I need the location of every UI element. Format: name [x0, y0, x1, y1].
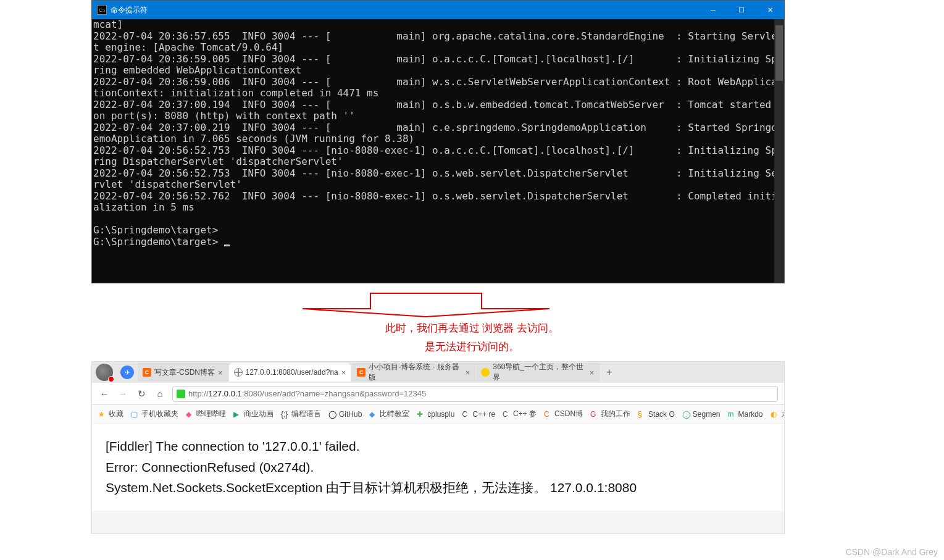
bookmark-label: 商业动画 — [244, 409, 274, 419]
bookmark-label: Markdo — [738, 410, 763, 419]
error-line-3: System.Net.Sockets.SocketException 由于目标计… — [106, 477, 771, 498]
bookmark-icon: C — [462, 410, 470, 419]
bookmark-label: 比特教室 — [380, 409, 409, 419]
bookmark-icon: C — [503, 410, 511, 419]
bookmark-item[interactable]: ★收藏 — [98, 409, 123, 419]
bookmark-item[interactable]: ✚cplusplu — [417, 410, 454, 419]
annotation-text-1: 此时，我们再去通过 浏览器 去访问。 — [0, 321, 944, 335]
tab-label: 写文章-CSDN博客 — [154, 367, 215, 378]
close-button[interactable]: ✕ — [756, 1, 784, 19]
bookmark-item[interactable]: §Stack O — [638, 410, 675, 419]
cmd-icon: C:\ — [97, 5, 107, 15]
bookmark-label: C++ 参 — [513, 409, 537, 419]
tab-360nav[interactable]: 360导航_一个主页，整个世界 × — [476, 363, 599, 382]
cmd-title: 命令提示符 — [111, 5, 699, 15]
error-line-2: Error: ConnectionRefused (0x274d). — [106, 457, 771, 478]
watermark-text: CSDN @Dark And Grey — [845, 547, 938, 557]
cmd-scroll-thumb[interactable] — [775, 25, 783, 81]
tab-localhost[interactable]: 127.0.0.1:8080/user/add?na × — [229, 363, 352, 382]
bookmark-label: GitHub — [339, 410, 362, 419]
cmd-output[interactable]: mcat] 2022-07-04 20:36:57.655 INFO 3004 … — [92, 19, 784, 283]
url-text: http://127.0.0.1:8080/user/add?name=zhan… — [188, 389, 426, 398]
forward-button[interactable]: → — [117, 388, 129, 400]
page-body: [Fiddler] The connection to '127.0.0.1' … — [92, 424, 784, 511]
bookmark-label: 力扣 ( — [781, 409, 784, 419]
bookmark-icon: ◆ — [186, 410, 194, 419]
browser-tabstrip: ✈ C 写文章-CSDN博客 × 127.0.0.1:8080/user/add… — [92, 362, 784, 383]
address-bar[interactable]: http://127.0.0.1:8080/user/add?name=zhan… — [172, 386, 778, 402]
message-icon[interactable]: ✈ — [120, 366, 134, 379]
bookmark-label: 哔哩哔哩 — [196, 409, 226, 419]
bookmark-icon: ◆ — [369, 410, 378, 419]
back-button[interactable]: ← — [98, 388, 111, 400]
bookmark-label: Segmen — [693, 410, 721, 419]
bookmark-icon: ◯ — [682, 410, 691, 419]
tab-blog-project[interactable]: C 小小项目-博客系统 - 服务器版 × — [352, 363, 475, 382]
bookmark-item[interactable]: ◯GitHub — [328, 410, 362, 419]
bookmark-item[interactable]: CC++ 参 — [503, 409, 537, 419]
cmd-log-text: mcat] 2022-07-04 20:36:57.655 INFO 3004 … — [93, 19, 777, 248]
bookmark-icon: ◐ — [771, 410, 779, 419]
360-favicon — [481, 368, 490, 377]
profile-avatar[interactable] — [96, 364, 113, 381]
error-line-1: [Fiddler] The connection to '127.0.0.1' … — [106, 436, 771, 457]
bookmark-item[interactable]: ◯Segmen — [682, 410, 721, 419]
bookmark-label: CSDN博 — [554, 409, 583, 419]
bookmark-icon: ▶ — [233, 410, 242, 419]
reload-button[interactable]: ↻ — [135, 388, 148, 400]
bookmark-item[interactable]: CC++ re — [462, 410, 495, 419]
shield-icon — [177, 390, 185, 398]
bookmark-label: cplusplu — [427, 410, 454, 419]
tab-close-icon[interactable]: × — [466, 368, 470, 377]
bookmark-label: 收藏 — [109, 409, 123, 419]
bookmark-item[interactable]: mMarkdo — [728, 410, 763, 419]
maximize-button[interactable]: ☐ — [727, 1, 756, 19]
bookmark-item[interactable]: ▢手机收藏夹 — [131, 409, 178, 419]
tab-close-icon[interactable]: × — [341, 368, 346, 377]
bookmark-label: 手机收藏夹 — [141, 409, 178, 419]
bookmark-item[interactable]: CCSDN博 — [544, 409, 583, 419]
bookmark-item[interactable]: ◆哔哩哔哩 — [186, 409, 226, 419]
bookmark-item[interactable]: ◆比特教室 — [369, 409, 409, 419]
annotation-text-2: 是无法进行访问的。 — [0, 340, 944, 354]
bookmarks-bar: ★收藏▢手机收藏夹◆哔哩哔哩▶商业动画{;}编程语言◯GitHub◆比特教室✚c… — [92, 405, 784, 424]
bookmark-icon: ▢ — [131, 410, 140, 419]
bookmark-label: 我的工作 — [601, 409, 630, 419]
minimize-button[interactable]: ─ — [699, 1, 727, 19]
csdn-favicon: C — [357, 368, 365, 377]
bookmark-icon: ✚ — [417, 410, 425, 419]
cmd-titlebar[interactable]: C:\ 命令提示符 ─ ☐ ✕ — [92, 1, 784, 19]
bookmark-label: Stack O — [648, 410, 675, 419]
bookmark-icon: G — [590, 410, 599, 419]
bookmark-item[interactable]: G我的工作 — [590, 409, 630, 419]
tab-csdn-write[interactable]: C 写文章-CSDN博客 × — [138, 363, 228, 382]
tab-label: 127.0.0.1:8080/user/add?na — [246, 368, 338, 377]
home-button[interactable]: ⌂ — [154, 388, 166, 400]
bookmark-item[interactable]: {;}编程语言 — [281, 409, 321, 419]
bookmark-item[interactable]: ▶商业动画 — [233, 409, 274, 419]
tab-close-icon[interactable]: × — [590, 368, 595, 377]
globe-favicon — [234, 368, 243, 377]
csdn-favicon: C — [143, 368, 151, 377]
browser-toolbar: ← → ↻ ⌂ http://127.0.0.1:8080/user/add?n… — [92, 383, 784, 405]
bookmark-label: 编程语言 — [291, 409, 321, 419]
new-tab-button[interactable]: + — [600, 367, 618, 378]
tab-close-icon[interactable]: × — [218, 368, 223, 377]
avatar-badge — [108, 376, 114, 382]
bookmark-icon: § — [638, 410, 646, 419]
browser-window: ✈ C 写文章-CSDN博客 × 127.0.0.1:8080/user/add… — [91, 361, 785, 534]
bookmark-icon: C — [544, 410, 553, 419]
cmd-scrollbar[interactable] — [774, 19, 784, 283]
cmd-cursor — [224, 244, 230, 246]
bookmark-icon: {;} — [281, 410, 290, 419]
bookmark-item[interactable]: ◐力扣 ( — [771, 409, 784, 419]
bookmark-icon: m — [728, 410, 737, 419]
tab-label: 小小项目-博客系统 - 服务器版 — [369, 362, 462, 383]
bookmark-icon: ◯ — [328, 410, 337, 419]
bookmark-label: C++ re — [472, 410, 495, 419]
command-prompt-window: C:\ 命令提示符 ─ ☐ ✕ mcat] 2022-07-04 20:36:5… — [91, 0, 785, 283]
tab-label: 360导航_一个主页，整个世界 — [493, 362, 586, 383]
bookmark-icon: ★ — [98, 410, 107, 419]
